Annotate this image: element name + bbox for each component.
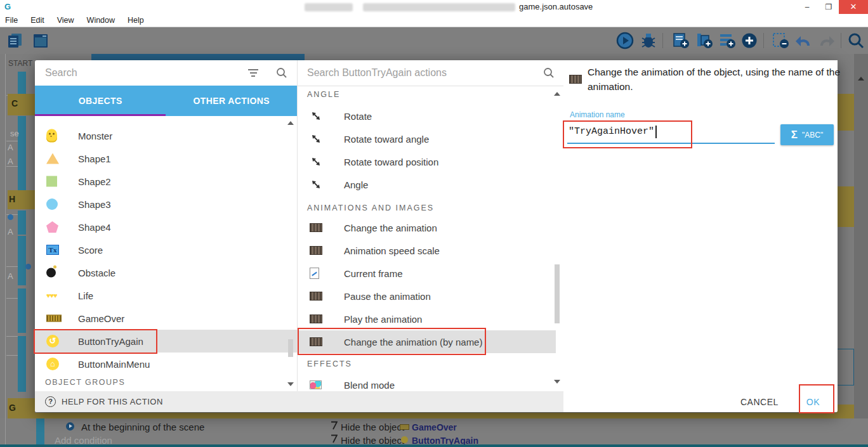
object-list-item[interactable]: Shape3 (35, 193, 297, 216)
object-label: Score (78, 245, 103, 256)
scroll-up-arrow[interactable] (554, 92, 560, 96)
search-icon[interactable] (543, 67, 555, 79)
blurred-path-segment (363, 3, 515, 11)
object-list-item[interactable]: Monster (35, 124, 297, 147)
object-label: Monster (78, 131, 112, 141)
scrollbar-thumb[interactable] (288, 339, 293, 357)
animation-icon (310, 246, 322, 255)
divider (5, 418, 6, 445)
action-list-item[interactable]: Current frame (297, 262, 556, 285)
action-list-item[interactable]: Pause the animation (297, 285, 556, 308)
action-list-item[interactable]: Rotate (297, 105, 556, 127)
scrollbar-thumb[interactable] (555, 264, 560, 323)
menu-edit[interactable]: Edit (30, 16, 44, 25)
blend-mode-icon (310, 380, 322, 389)
object-search-input[interactable] (45, 67, 235, 79)
action-label: Blend mode (344, 380, 395, 391)
menu-view[interactable]: View (57, 16, 74, 25)
dialog-footer-right: CANCEL OK (563, 391, 838, 412)
action-object-name[interactable]: GameOver (412, 422, 457, 432)
event-text-fragment: C (11, 98, 18, 108)
annotation-box-ok-button (799, 384, 834, 413)
action-list-item[interactable]: Rotate toward angle (297, 127, 556, 150)
menu-bar: File Edit View Window Help (0, 14, 868, 27)
object-list-item[interactable]: Shape2 (35, 170, 297, 193)
search-icon[interactable] (276, 67, 287, 79)
gameover-object-icon (400, 424, 409, 430)
play-icon[interactable] (616, 32, 634, 49)
scroll-up-arrow[interactable] (858, 77, 864, 81)
add-event-icon[interactable] (672, 32, 690, 49)
debug-icon[interactable] (640, 32, 657, 49)
help-for-this-action-link[interactable]: HELP FOR THIS ACTION (62, 397, 163, 406)
action-list-item[interactable]: Animation speed scale (297, 239, 556, 262)
action-list-item[interactable]: Play the animation (297, 308, 556, 330)
scroll-down-arrow[interactable] (554, 380, 560, 384)
close-button[interactable]: ✕ (839, 0, 868, 14)
event-text-fragment: se (10, 129, 19, 138)
object-list-item[interactable]: GameOver (35, 307, 297, 330)
add-circle-icon[interactable] (740, 32, 758, 49)
add-subevent-icon[interactable] (695, 32, 713, 49)
shape3-object-icon (46, 198, 58, 210)
menu-window[interactable]: Window (87, 16, 115, 25)
scene-tab[interactable] (91, 54, 305, 60)
action-search-row (297, 60, 563, 86)
search-icon[interactable] (847, 32, 865, 49)
section-header-angle: ANGLE (307, 90, 340, 99)
object-list-item[interactable]: TxScore (35, 238, 297, 261)
current-frame-icon (310, 268, 319, 279)
object-groups-header: OBJECT GROUPS (45, 378, 125, 387)
action-search-input[interactable] (307, 67, 523, 79)
object-list-item[interactable]: Shape4 (35, 216, 297, 238)
object-label: ButtonMainMenu (78, 359, 150, 370)
restore-button[interactable]: ❐ (819, 0, 839, 14)
object-label: Obstacle (78, 268, 115, 278)
action-text[interactable]: Hide the object (341, 422, 404, 432)
scene-tab-label[interactable]: START (8, 59, 32, 68)
action-list-item[interactable]: Blend mode (297, 373, 556, 391)
action-description: Change the animation of the object, usin… (588, 65, 841, 94)
tab-objects[interactable]: OBJECTS (35, 86, 166, 116)
action-label: Play the animation (344, 314, 422, 325)
redo-icon[interactable] (818, 32, 836, 49)
cancel-button[interactable]: CANCEL (740, 397, 779, 407)
expression-editor-button[interactable]: Σ "ABC" (780, 124, 834, 145)
divider (5, 54, 6, 445)
event-condition-text[interactable]: At the beginning of the scene (81, 422, 204, 432)
scroll-up-arrow[interactable] (287, 121, 294, 125)
menu-help[interactable]: Help (128, 16, 144, 25)
tab-other-actions[interactable]: OTHER ACTIONS (166, 86, 298, 116)
animation-icon (310, 223, 322, 232)
scene-start-condition-icon (66, 422, 74, 431)
event-text-fragment: G (9, 403, 16, 413)
object-list-item[interactable]: ⌂ButtonMainMenu (35, 353, 297, 375)
event-tick (6, 166, 18, 167)
delete-event-icon[interactable] (772, 32, 789, 49)
shape4-object-icon (46, 221, 58, 233)
event-color-bar (36, 418, 44, 445)
object-list-item[interactable]: Shape1 (35, 147, 297, 170)
menu-file[interactable]: File (5, 16, 18, 25)
events-scrollbar[interactable] (854, 54, 868, 445)
window-title: game.json.autosave (519, 2, 593, 11)
action-label: Angle (344, 179, 368, 190)
expression-button-label: "ABC" (802, 131, 823, 139)
action-list-item[interactable]: Rotate toward position (297, 150, 556, 173)
life-hearts-object-icon: ♥♥♥ (46, 292, 57, 299)
shape2-object-icon (46, 176, 57, 187)
object-list-item[interactable]: Obstacle (35, 261, 297, 284)
minimize-button[interactable]: – (797, 0, 817, 14)
object-label: Shape2 (78, 176, 111, 187)
undo-icon[interactable] (794, 32, 812, 49)
action-list-item[interactable]: Angle (297, 173, 556, 196)
gdevelop-logo-icon: G (4, 2, 11, 11)
scene-editor-icon[interactable] (32, 32, 49, 49)
project-manager-icon[interactable] (6, 32, 24, 49)
object-list-item[interactable]: ♥♥♥Life (35, 284, 297, 307)
scroll-down-arrow[interactable] (287, 382, 294, 386)
add-comment-icon[interactable] (718, 32, 736, 49)
mainmenu-button-object-icon: ⌂ (46, 358, 59, 370)
action-list-item[interactable]: Change the animation (297, 216, 556, 239)
action-label: Rotate (344, 111, 372, 122)
